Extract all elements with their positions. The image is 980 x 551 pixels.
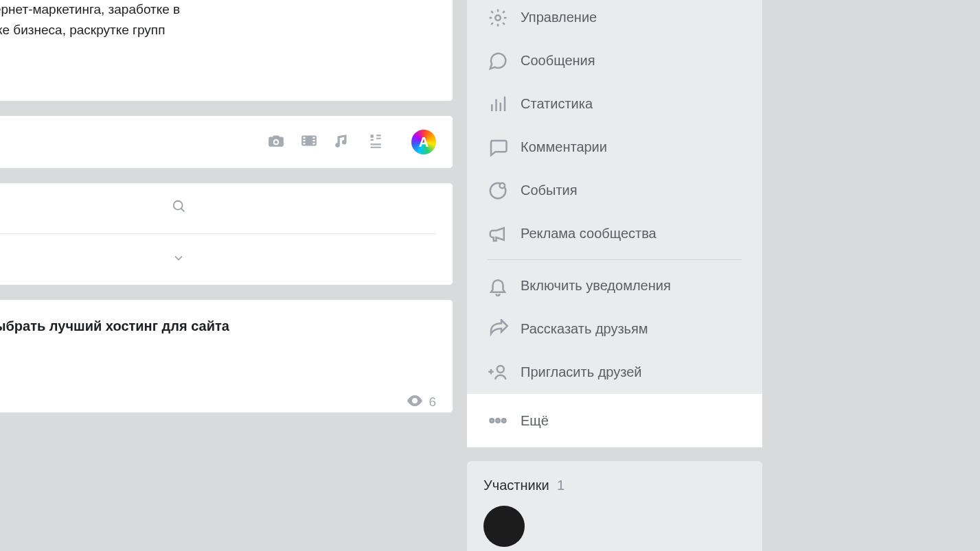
ai-badge-icon[interactable]: A xyxy=(411,130,436,154)
menu-label: Статистика xyxy=(521,96,593,112)
svg-point-15 xyxy=(500,183,505,188)
add-user-icon xyxy=(488,362,521,383)
svg-rect-6 xyxy=(312,143,315,144)
bell-icon xyxy=(488,276,521,296)
svg-rect-2 xyxy=(303,140,305,141)
filter-title: бщества xyxy=(0,200,172,216)
menu-item-comments[interactable]: Комментарии xyxy=(467,126,762,169)
about-link[interactable]: ga.ru/ xyxy=(0,69,436,84)
menu-label: Комментарии xyxy=(521,139,607,155)
gear-icon xyxy=(488,8,521,28)
about-block: трументах интернет-маркетинга, заработке… xyxy=(0,0,453,102)
video-icon[interactable] xyxy=(300,132,318,152)
views-icon xyxy=(407,395,423,410)
stats-icon xyxy=(488,94,521,115)
menu-item-stats[interactable]: Статистика xyxy=(467,82,762,126)
svg-rect-3 xyxy=(303,143,305,144)
events-icon xyxy=(488,180,521,201)
post-title[interactable]: такое и как выбрать лучший хостинг для с… xyxy=(0,316,436,336)
menu-item-ads[interactable]: Реклама сообщества xyxy=(467,212,762,255)
menu-item-more[interactable]: Ещё xyxy=(467,394,762,447)
menu-label: Пригласить друзей xyxy=(521,364,641,380)
menu-label: События xyxy=(521,183,578,198)
svg-point-16 xyxy=(497,366,504,373)
chevron-down-icon[interactable] xyxy=(172,251,436,268)
more-icon xyxy=(488,410,521,431)
menu-label: Включить уведомления xyxy=(521,278,671,294)
menu-label: Управление xyxy=(521,10,597,25)
menu-item-invite[interactable]: Пригласить друзей xyxy=(467,351,762,394)
post-block: такое и как выбрать лучший хостинг для с… xyxy=(0,299,453,413)
views-count: 6 xyxy=(429,395,436,410)
menu-label: Реклама сообщества xyxy=(521,226,657,242)
svg-point-21 xyxy=(502,419,506,423)
svg-point-7 xyxy=(174,201,183,210)
svg-rect-5 xyxy=(312,140,315,141)
menu-item-messages[interactable]: Сообщения xyxy=(467,39,762,82)
search-icon[interactable] xyxy=(172,199,436,218)
compose-block: A xyxy=(0,115,453,169)
menu-item-notify[interactable]: Включить уведомления xyxy=(467,264,762,307)
menu-label: Рассказать друзьям xyxy=(521,321,648,337)
chat-icon xyxy=(488,51,521,71)
about-text: трументах интернет-маркетинга, заработке… xyxy=(0,0,436,61)
admin-menu: Управление Сообщения Статистика Коммента… xyxy=(467,0,762,447)
records-filter-block: бщества ога xyxy=(0,183,453,285)
members-title: Участники xyxy=(483,478,549,493)
svg-point-20 xyxy=(496,419,500,423)
menu-separator xyxy=(488,259,742,260)
music-icon[interactable] xyxy=(333,132,351,152)
comment-icon xyxy=(488,137,521,158)
compose-attachments: A xyxy=(267,130,436,154)
svg-point-9 xyxy=(495,15,501,21)
filter-row-label: ога xyxy=(0,252,172,267)
menu-label: Ещё xyxy=(521,413,549,429)
members-count: 1 xyxy=(557,478,565,493)
svg-point-19 xyxy=(490,419,494,423)
menu-item-events[interactable]: События xyxy=(467,169,762,212)
avatar[interactable] xyxy=(483,506,525,547)
menu-item-share[interactable]: Рассказать друзьям xyxy=(467,307,762,351)
svg-rect-1 xyxy=(303,137,305,139)
menu-item-manage[interactable]: Управление xyxy=(467,0,762,39)
compose-input[interactable] xyxy=(0,134,267,150)
share-icon xyxy=(488,319,521,340)
members-block[interactable]: Участники 1 xyxy=(467,461,762,551)
article-icon[interactable] xyxy=(366,132,384,152)
megaphone-icon xyxy=(488,224,521,244)
menu-label: Сообщения xyxy=(521,53,595,69)
svg-line-8 xyxy=(181,209,185,212)
svg-rect-4 xyxy=(312,137,315,139)
camera-icon[interactable] xyxy=(267,132,285,152)
